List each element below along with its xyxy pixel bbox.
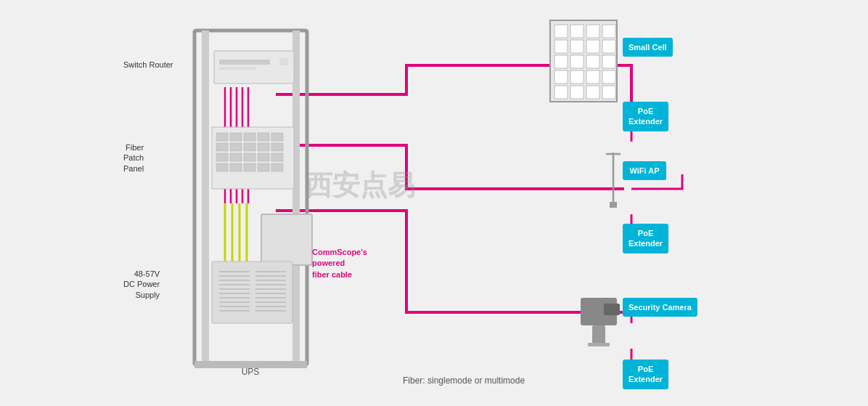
wifi-ap-box: WiFi AP xyxy=(623,161,666,180)
small-cell-box: Small Cell xyxy=(623,38,673,57)
svg-rect-76 xyxy=(586,70,599,84)
switch-router-label: Switch Router xyxy=(123,60,173,70)
svg-rect-73 xyxy=(602,55,615,68)
svg-rect-67 xyxy=(570,40,584,53)
svg-rect-11 xyxy=(292,31,300,365)
svg-rect-63 xyxy=(570,25,584,38)
svg-rect-70 xyxy=(554,55,568,68)
main-diagram: Switch Router FiberPatchPanel 48-57VDC P… xyxy=(0,0,868,406)
svg-rect-30 xyxy=(244,153,255,161)
svg-rect-71 xyxy=(570,55,584,68)
svg-rect-19 xyxy=(230,133,242,141)
svg-rect-61 xyxy=(550,20,617,102)
poe-extender-wifi: PoEExtender xyxy=(623,224,668,253)
svg-rect-66 xyxy=(554,40,568,53)
svg-rect-39 xyxy=(212,261,292,323)
svg-rect-20 xyxy=(244,133,255,141)
svg-rect-10 xyxy=(202,31,209,365)
svg-rect-28 xyxy=(216,153,228,161)
svg-rect-16 xyxy=(279,58,288,65)
svg-rect-36 xyxy=(258,163,269,171)
svg-rect-27 xyxy=(271,143,283,151)
svg-rect-84 xyxy=(610,202,617,208)
svg-rect-88 xyxy=(588,343,610,346)
svg-rect-18 xyxy=(216,133,228,141)
svg-rect-15 xyxy=(219,67,255,70)
svg-rect-87 xyxy=(592,325,605,346)
svg-rect-34 xyxy=(230,163,242,171)
svg-rect-37 xyxy=(271,163,283,171)
svg-rect-29 xyxy=(230,153,242,161)
svg-rect-32 xyxy=(271,153,283,161)
security-camera-box: Security Camera xyxy=(623,298,697,317)
svg-rect-69 xyxy=(602,40,615,53)
svg-rect-85 xyxy=(581,298,617,325)
svg-rect-64 xyxy=(586,25,599,38)
fiber-patch-panel-label: FiberPatchPanel xyxy=(123,142,144,174)
svg-rect-79 xyxy=(570,86,584,99)
svg-rect-25 xyxy=(244,143,255,151)
svg-rect-23 xyxy=(216,143,228,151)
poe-extender-small-cell: PoEExtender xyxy=(623,102,668,131)
svg-rect-35 xyxy=(244,163,255,171)
dc-power-supply-label: 48-57VDC PowerSupply xyxy=(123,269,160,300)
svg-rect-86 xyxy=(604,304,620,315)
poe-extender-camera: PoEExtender xyxy=(623,360,668,389)
svg-rect-65 xyxy=(602,25,615,38)
ups-label: UPS xyxy=(221,367,279,377)
svg-rect-9 xyxy=(195,31,307,365)
svg-rect-68 xyxy=(586,40,599,53)
fiber-note: Fiber: singlemode or multimode xyxy=(403,375,525,386)
svg-rect-78 xyxy=(554,86,568,99)
watermark: 西安点易 xyxy=(305,167,415,204)
svg-rect-81 xyxy=(602,86,615,99)
svg-rect-33 xyxy=(216,163,228,171)
svg-rect-74 xyxy=(554,70,568,84)
svg-rect-21 xyxy=(258,133,269,141)
svg-rect-62 xyxy=(554,25,568,38)
svg-rect-75 xyxy=(570,70,584,84)
svg-rect-22 xyxy=(271,133,283,141)
svg-rect-31 xyxy=(258,153,269,161)
svg-rect-80 xyxy=(586,86,599,99)
svg-rect-26 xyxy=(258,143,269,151)
svg-rect-38 xyxy=(261,214,312,265)
svg-rect-14 xyxy=(219,60,270,65)
svg-rect-17 xyxy=(212,127,294,189)
svg-rect-72 xyxy=(586,55,599,68)
svg-rect-13 xyxy=(214,51,294,84)
svg-rect-40 xyxy=(219,269,250,316)
svg-rect-24 xyxy=(230,143,242,151)
commscope-label: CommScope'spoweredfiber cable xyxy=(312,247,367,280)
svg-rect-77 xyxy=(602,70,615,84)
